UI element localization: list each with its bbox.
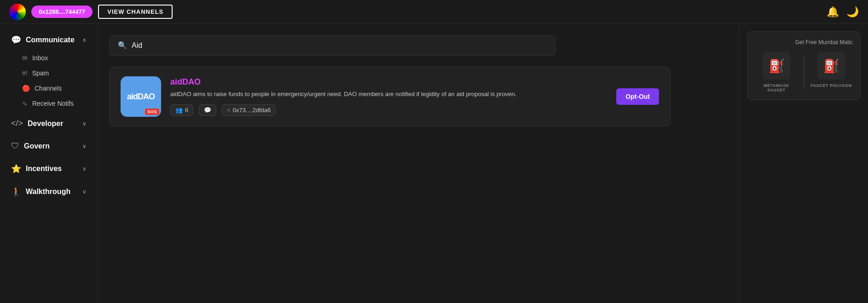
topnav-right: 🔔 🌙 (827, 6, 859, 18)
search-input[interactable] (132, 41, 547, 50)
walkthrough-icon: 🚶 (11, 187, 21, 197)
sidebar-item-receive-notifs[interactable]: ∿ Receive Notifs (3, 96, 95, 111)
incentives-left: ⭐ Incentives (11, 164, 62, 174)
channels-icon: 🔴 (22, 85, 30, 92)
incentives-chevron: ∨ (82, 166, 87, 172)
incentives-icon: ⭐ (11, 164, 21, 174)
sidebar-section-walkthrough: 🚶 Walkthrough ∨ (0, 181, 98, 202)
sidebar-item-walkthrough[interactable]: 🚶 Walkthrough ∨ (3, 182, 95, 201)
topnav: 0x1288....744477 VIEW CHANNELS 🔔 🌙 (0, 0, 868, 24)
sidebar-item-spam[interactable]: #! Spam (3, 66, 95, 80)
main-content: 🔍 aidDAO SOS aidDAO aidDAO aims to raise… (98, 24, 739, 303)
developer-chevron: ∨ (82, 120, 87, 127)
communicate-icon: 💬 (11, 35, 21, 45)
opt-out-button[interactable]: Opt-Out (616, 88, 659, 105)
faucet-divider (804, 56, 804, 89)
sidebar-item-inbox[interactable]: ✉ Inbox (3, 51, 95, 65)
channel-card: aidDAO SOS aidDAO aidDAO aims to raise f… (109, 67, 671, 126)
sidebar-section-communicate: 💬 Communicate ∧ ✉ Inbox #! Spam 🔴 Channe… (0, 29, 98, 111)
sidebar-item-communicate[interactable]: 💬 Communicate ∧ (3, 30, 95, 50)
sidebar-item-govern[interactable]: 🛡 Govern ∨ (3, 137, 95, 155)
channel-logo-text: aidDAO (127, 92, 155, 102)
faucet-options: ⛽ METAMASK FAUCET ⛽ FAUCET POLYGON (755, 52, 853, 92)
spam-icon: #! (22, 69, 28, 77)
govern-left: 🛡 Govern (11, 141, 50, 151)
channel-description: aidDAO aims to raise funds to people in … (170, 90, 607, 99)
polygon-faucet-label: FAUCET POLYGON (810, 83, 852, 88)
app-logo[interactable] (9, 4, 26, 20)
walkthrough-left: 🚶 Walkthrough (11, 187, 70, 197)
govern-icon: 🛡 (11, 141, 19, 151)
moon-icon[interactable]: 🌙 (846, 6, 859, 18)
channel-info: aidDAO aidDAO aims to raise funds to peo… (170, 77, 607, 116)
sidebar-item-incentives[interactable]: ⭐ Incentives ∨ (3, 159, 95, 178)
link-icon: < (227, 107, 231, 114)
members-badge: 👥 6 (170, 104, 193, 116)
right-panel: Get Free Mumbai Matic ⛽ METAMASK FAUCET … (739, 24, 868, 303)
govern-label: Govern (24, 142, 50, 150)
channels-label: Channels (35, 85, 62, 92)
communicate-chevron: ∧ (82, 37, 87, 43)
incentives-label: Incentives (26, 165, 62, 173)
sidebar-item-channels[interactable]: 🔴 Channels (3, 81, 95, 96)
message-icon: 💬 (204, 107, 211, 114)
channel-address: 0x73....2dfda6 (233, 107, 271, 114)
topnav-left: 0x1288....744477 VIEW CHANNELS (9, 4, 173, 20)
search-bar-wrap: 🔍 (109, 35, 556, 56)
message-badge: 💬 (199, 104, 216, 116)
walkthrough-chevron: ∨ (82, 189, 87, 195)
faucet-card: Get Free Mumbai Matic ⛽ METAMASK FAUCET … (747, 31, 861, 100)
members-count: 6 (185, 107, 188, 114)
sos-badge: SOS (145, 109, 159, 115)
sidebar-section-developer: </> Developer ∨ (0, 113, 98, 134)
sidebar: 💬 Communicate ∧ ✉ Inbox #! Spam 🔴 Channe… (0, 24, 98, 303)
developer-left: </> Developer (11, 119, 63, 128)
search-icon: 🔍 (118, 41, 127, 50)
polygon-faucet-option[interactable]: ⛽ FAUCET POLYGON (810, 52, 853, 92)
metamask-faucet-option[interactable]: ⛽ METAMASK FAUCET (755, 52, 798, 92)
sidebar-section-govern: 🛡 Govern ∨ (0, 136, 98, 156)
channel-meta: 👥 6 💬 < 0x73....2dfda6 (170, 104, 607, 116)
metamask-faucet-label: METAMASK FAUCET (755, 83, 798, 92)
developer-icon: </> (11, 119, 23, 128)
sidebar-item-developer[interactable]: </> Developer ∨ (3, 114, 95, 133)
bell-icon[interactable]: 🔔 (827, 6, 839, 18)
inbox-icon: ✉ (22, 54, 28, 62)
govern-chevron: ∨ (82, 143, 87, 149)
receive-notifs-label: Receive Notifs (32, 100, 74, 107)
inbox-label: Inbox (32, 54, 48, 62)
view-channels-button[interactable]: VIEW CHANNELS (98, 5, 173, 19)
channel-logo: aidDAO SOS (121, 76, 161, 117)
body-wrap: 💬 Communicate ∧ ✉ Inbox #! Spam 🔴 Channe… (0, 24, 868, 303)
channel-name: aidDAO (170, 77, 607, 87)
communicate-label: Communicate (26, 36, 75, 44)
walkthrough-label: Walkthrough (26, 188, 70, 196)
polygon-faucet-icon: ⛽ (817, 52, 845, 80)
receive-notifs-icon: ∿ (22, 100, 28, 107)
faucet-title: Get Free Mumbai Matic (755, 39, 853, 46)
wallet-button[interactable]: 0x1288....744477 (31, 6, 93, 18)
members-icon: 👥 (175, 107, 183, 114)
sidebar-section-incentives: ⭐ Incentives ∨ (0, 158, 98, 179)
address-badge: < 0x73....2dfda6 (222, 104, 276, 116)
metamask-faucet-icon: ⛽ (763, 52, 790, 80)
spam-label: Spam (32, 69, 49, 77)
developer-label: Developer (28, 120, 63, 128)
sidebar-header-left: 💬 Communicate (11, 35, 75, 45)
